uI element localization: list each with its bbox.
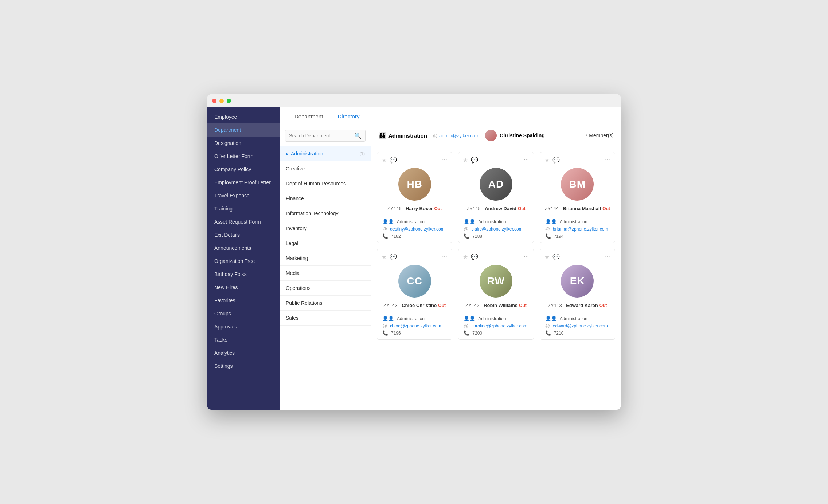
sidebar-item-travel-expense[interactable]: Travel Expense [207,189,280,202]
dept-email[interactable]: @ admin@zylker.com [433,133,479,138]
info-email-row: @ brianna@zphone.zylker.com [545,226,610,232]
department-panel: 🔍 ▶Administration(1)CreativeDept of Huma… [280,125,371,410]
info-phone-row: 📞 7200 [464,330,528,336]
dept-info-icon: 👤👤 [382,316,394,321]
sidebar-item-announcements[interactable]: Announcements [207,241,280,255]
dept-item-creative[interactable]: Creative [280,161,371,176]
member-id: ZY145 - [466,206,485,211]
sidebar-item-analytics[interactable]: Analytics [207,346,280,359]
dept-item-marketing[interactable]: Marketing [280,251,371,266]
sidebar-item-tasks[interactable]: Tasks [207,333,280,346]
sidebar-item-organization-tree[interactable]: Organization Tree [207,255,280,268]
info-email-row: @ destiny@zphone.zylker.com [382,226,447,232]
search-row[interactable]: 🔍 [285,130,366,142]
star-icon[interactable]: ★ [463,253,468,260]
dept-item-public-relations[interactable]: Public Relations [280,296,371,311]
status-badge: Out [519,303,527,308]
dept-item-administration[interactable]: ▶Administration(1) [280,146,371,161]
member-fullname: Edward Karen [566,303,598,308]
sidebar-item-training[interactable]: Training [207,202,280,215]
more-options-icon[interactable]: ⋯ [442,157,448,162]
star-icon[interactable]: ★ [382,157,387,164]
tabs-bar: DepartmentDirectory [280,107,621,125]
sidebar-item-favorites[interactable]: Favorites [207,294,280,307]
tab-directory[interactable]: Directory [330,107,367,125]
info-dept-row: 👤👤 Administration [382,316,447,321]
search-box: 🔍 [280,125,371,146]
member-email[interactable]: destiny@zphone.zylker.com [390,227,445,232]
sidebar-item-settings[interactable]: Settings [207,359,280,373]
dept-item-finance[interactable]: Finance [280,191,371,206]
more-options-icon[interactable]: ⋯ [605,253,610,259]
sidebar-item-new-hires[interactable]: New Hires [207,281,280,294]
member-email[interactable]: chloe@zphone.zylker.com [390,323,441,328]
dept-item-legal[interactable]: Legal [280,236,371,251]
member-email[interactable]: caroline@zphone.zylker.com [472,323,528,328]
sidebar-item-department[interactable]: Department [207,123,280,137]
member-phone: 7188 [472,234,482,239]
sidebar-item-company-policy[interactable]: Company Policy [207,163,280,176]
member-name: ZY113 - Edward KarenOut [540,300,615,312]
sidebar-item-designation[interactable]: Designation [207,137,280,150]
search-input[interactable] [289,133,352,138]
sidebar-item-employee[interactable]: Employee [207,110,280,123]
email-info-icon: @ [464,226,468,232]
member-card: ★ 💬 ⋯ CC ZY143 - Chloe ChristineOut 👤👤 A… [377,249,452,340]
dept-item-sales[interactable]: Sales [280,311,371,326]
dept-label: Administration [291,151,323,157]
maximize-dot[interactable] [227,99,231,103]
member-email[interactable]: edward@zphone.zylker.com [553,323,608,328]
dept-item-left: Finance [286,196,304,201]
chat-icon[interactable]: 💬 [390,253,397,260]
chat-icon[interactable]: 💬 [471,253,478,260]
star-icon[interactable]: ★ [544,253,550,260]
member-name: ZY145 - Andrew DavidOut [458,204,533,215]
member-email[interactable]: claire@zphone.zylker.com [472,227,523,232]
contact-person: Christine Spalding [485,130,545,141]
dept-item-left: Sales [286,315,298,321]
info-email-row: @ caroline@zphone.zylker.com [464,323,528,328]
dept-item-information-technology[interactable]: Information Technology [280,206,371,221]
card-info: 👤👤 Administration @ edward@zphone.zylker… [540,312,615,339]
member-phone: 7200 [472,331,482,336]
dept-item-left: Information Technology [286,210,339,216]
chat-icon[interactable]: 💬 [471,157,478,164]
sidebar-item-exit-details[interactable]: Exit Details [207,228,280,241]
directory-header: 👪 Administration @ admin@zylker.com Chri… [371,125,621,146]
more-options-icon[interactable]: ⋯ [524,253,529,259]
member-fullname: Chloe Christine [402,303,437,308]
minimize-dot[interactable] [219,99,224,103]
star-icon[interactable]: ★ [544,157,550,164]
card-top: ★ 💬 ⋯ [540,152,615,164]
dept-item-dept-of-human-resources[interactable]: Dept of Human Resources [280,176,371,191]
sidebar-item-employment-proof-letter[interactable]: Employment Proof Letter [207,176,280,189]
dept-item-operations[interactable]: Operations [280,281,371,296]
dept-item-media[interactable]: Media [280,266,371,281]
sidebar-item-approvals[interactable]: Approvals [207,320,280,333]
tab-department[interactable]: Department [287,107,330,125]
more-options-icon[interactable]: ⋯ [524,157,529,162]
close-dot[interactable] [212,99,216,103]
more-options-icon[interactable]: ⋯ [605,157,610,162]
status-badge: Out [434,206,442,211]
star-icon[interactable]: ★ [463,157,468,164]
dept-item-inventory[interactable]: Inventory [280,221,371,236]
chat-icon[interactable]: 💬 [552,253,560,260]
star-icon[interactable]: ★ [382,253,387,260]
dept-info-icon: 👤👤 [545,316,557,321]
chat-icon[interactable]: 💬 [390,157,397,164]
sidebar-item-birthday-folks[interactable]: Birthday Folks [207,268,280,281]
dept-item-left: Inventory [286,225,307,231]
sidebar-item-offer-letter-form[interactable]: Offer Letter Form [207,150,280,163]
member-avatar: AD [480,168,512,201]
phone-info-icon: 📞 [545,233,551,239]
sidebar-item-asset-request-form[interactable]: Asset Request Form [207,215,280,228]
chat-icon[interactable]: 💬 [552,157,560,164]
member-email[interactable]: brianna@zphone.zylker.com [553,227,608,232]
email-info-icon: @ [545,226,550,232]
member-id: ZY143 - [383,303,402,308]
more-options-icon[interactable]: ⋯ [442,253,448,259]
info-dept-row: 👤👤 Administration [464,316,528,321]
sidebar-item-groups[interactable]: Groups [207,307,280,320]
member-avatar: BM [561,168,594,201]
